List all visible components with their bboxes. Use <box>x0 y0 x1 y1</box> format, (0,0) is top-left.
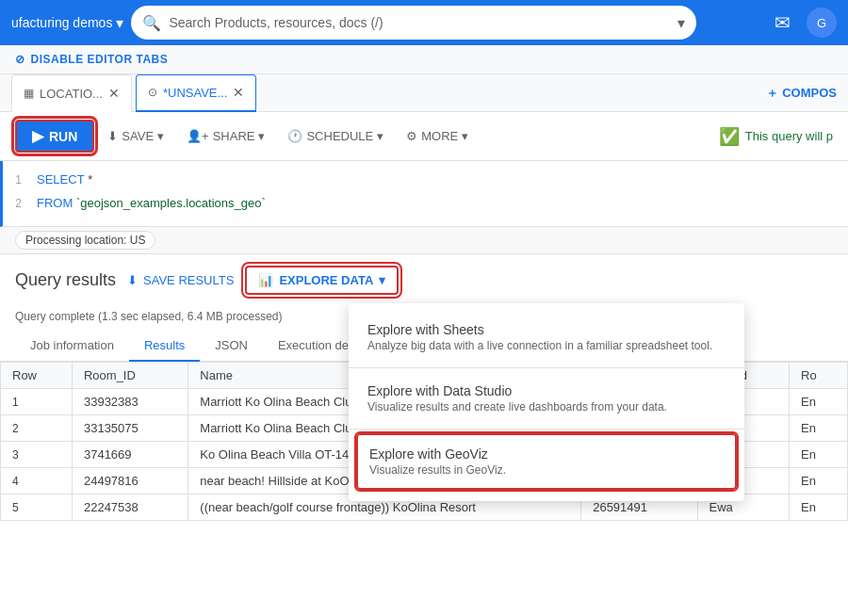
compose-button[interactable]: ＋ COMPOS <box>766 85 837 102</box>
more-dropdown-icon[interactable]: ▾ <box>462 129 468 143</box>
disable-icon: ⊘ <box>15 53 25 66</box>
explore-dropdown-icon: ▾ <box>379 273 385 287</box>
code-editor[interactable]: 1 SELECT * 2 FROM `geojson_examples.loca… <box>0 161 848 227</box>
share-label: SHARE <box>213 129 255 143</box>
sub-tab-results[interactable]: Results <box>129 331 200 362</box>
cell-room-id-4: 24497816 <box>72 468 188 494</box>
code-table-name: `geojson_examples.locations_geo` <box>76 194 266 214</box>
toolbar: ▶ RUN ⬇ SAVE ▾ 👤+ SHARE ▾ 🕐 SCHEDULE ▾ ⚙… <box>0 112 848 161</box>
menu-divider-1 <box>349 367 744 368</box>
row-num-4: 4 <box>1 468 73 494</box>
explore-geoviz-desc: Visualize results in GeoViz. <box>369 463 724 477</box>
app-name-text: ufacturing demos <box>11 15 112 30</box>
tab-location-label: LOCATIO... <box>40 87 103 101</box>
explore-sheets-title: Explore with Sheets <box>367 322 726 337</box>
code-select-keyword: SELECT <box>37 170 85 190</box>
row-num-3: 3 <box>1 442 73 468</box>
run-button[interactable]: ▶ RUN <box>15 120 94 153</box>
tab-unsaved-label: *UNSAVE... <box>163 86 227 100</box>
cell-ro-2: En <box>790 415 848 442</box>
app-dropdown-icon[interactable]: ▾ <box>116 14 123 32</box>
schedule-dropdown-icon[interactable]: ▾ <box>377 129 383 143</box>
line-num-1: 1 <box>3 171 37 189</box>
top-navigation: ufacturing demos ▾ 🔍 Search Products, re… <box>0 0 848 45</box>
col-header-room-id: Room_ID <box>72 363 188 389</box>
cell-ro-3: En <box>790 442 848 468</box>
sub-tab-job-info[interactable]: Job information <box>15 331 129 362</box>
schedule-label: SCHEDULE <box>306 129 373 143</box>
processing-location-bar: Processing location: US <box>0 227 848 254</box>
results-header: Query results ⬇ SAVE RESULTS 📊 EXPLORE D… <box>0 254 848 306</box>
query-valid-text: This query will p <box>745 129 833 143</box>
cell-ro-1: En <box>790 389 848 415</box>
cell-room-id-3: 3741669 <box>72 442 188 468</box>
save-label: SAVE <box>122 129 154 143</box>
gear-icon: ⚙ <box>406 129 417 143</box>
explore-geoviz-title: Explore with GeoViz <box>369 446 724 462</box>
share-icon: 👤+ <box>187 129 209 143</box>
tab-unsaved-icon: ⊙ <box>148 86 157 99</box>
explore-data-studio-item[interactable]: Explore with Data Studio Visualize resul… <box>349 372 744 425</box>
results-title: Query results <box>15 270 116 290</box>
col-header-ro: Ro <box>790 363 848 389</box>
email-icon[interactable]: ✉ <box>765 6 799 40</box>
explore-data-label: EXPLORE DATA <box>279 273 373 287</box>
sub-header: ⊘ DISABLE EDITOR TABS <box>0 45 848 74</box>
tab-location[interactable]: ▦ LOCATIO... ✕ <box>11 74 132 112</box>
schedule-icon: 🕐 <box>287 129 302 143</box>
save-dropdown-icon[interactable]: ▾ <box>157 129 164 143</box>
tab-location-close[interactable]: ✕ <box>108 86 120 101</box>
disable-editor-tabs-button[interactable]: ⊘ DISABLE EDITOR TABS <box>15 53 168 66</box>
explore-sheets-desc: Analyze big data with a live connection … <box>367 339 726 352</box>
query-valid-indicator: ✅ This query will p <box>719 126 833 147</box>
explore-data-button[interactable]: 📊 EXPLORE DATA ▾ <box>245 266 399 295</box>
valid-check-icon: ✅ <box>719 126 740 147</box>
cell-room-id-5: 22247538 <box>72 494 188 521</box>
schedule-button[interactable]: 🕐 SCHEDULE ▾ <box>278 123 393 149</box>
explore-sheets-item[interactable]: Explore with Sheets Analyze big data wit… <box>349 311 744 364</box>
explore-geoviz-item[interactable]: Explore with GeoViz Visualize results in… <box>356 433 737 490</box>
save-button[interactable]: ⬇ SAVE ▾ <box>98 123 173 149</box>
row-num-1: 1 <box>1 389 73 415</box>
cell-ro-4: En <box>790 468 848 494</box>
menu-divider-2 <box>349 429 744 430</box>
col-header-row: Row <box>1 363 73 389</box>
cell-ro-5: En <box>790 494 848 521</box>
run-icon: ▶ <box>32 127 43 145</box>
more-label: MORE <box>421 129 458 143</box>
row-num-2: 2 <box>1 415 73 442</box>
share-dropdown-icon[interactable]: ▾ <box>258 129 265 143</box>
code-line-1: 1 SELECT * <box>3 169 848 192</box>
tab-unsaved[interactable]: ⊙ *UNSAVE... ✕ <box>136 74 256 112</box>
save-results-icon: ⬇ <box>127 273 138 287</box>
search-dropdown-icon[interactable]: ▾ <box>677 14 685 32</box>
save-icon: ⬇ <box>107 129 118 143</box>
explore-data-dropdown: Explore with Sheets Analyze big data wit… <box>349 303 744 501</box>
run-label: RUN <box>49 129 77 144</box>
nav-right: ✉ G <box>765 6 837 40</box>
code-from-keyword: FROM <box>37 194 73 214</box>
code-line-2: 2 FROM `geojson_examples.locations_geo` <box>3 192 848 216</box>
compose-label: COMPOS <box>782 86 837 100</box>
cell-room-id-2: 33135075 <box>72 415 188 442</box>
cell-room-id-1: 33932383 <box>72 389 188 415</box>
row-num-5: 5 <box>1 494 73 521</box>
compose-plus-icon: ＋ <box>766 85 778 102</box>
sub-tab-json[interactable]: JSON <box>200 331 263 362</box>
tab-table-icon: ▦ <box>24 87 34 100</box>
explore-data-studio-title: Explore with Data Studio <box>367 383 726 398</box>
more-button[interactable]: ⚙ MORE ▾ <box>397 123 478 149</box>
processing-location-badge: Processing location: US <box>15 231 155 250</box>
tab-unsaved-close[interactable]: ✕ <box>233 85 244 100</box>
search-icon: 🔍 <box>142 14 161 32</box>
avatar[interactable]: G <box>807 8 837 38</box>
share-button[interactable]: 👤+ SHARE ▾ <box>177 123 274 149</box>
app-name[interactable]: ufacturing demos ▾ <box>11 14 123 32</box>
search-bar[interactable]: 🔍 Search Products, resources, docs (/) ▾ <box>131 6 696 40</box>
code-select-star: * <box>88 170 92 190</box>
save-results-label: SAVE RESULTS <box>143 273 234 287</box>
search-input[interactable]: Search Products, resources, docs (/) <box>169 15 670 30</box>
save-results-button[interactable]: ⬇ SAVE RESULTS <box>127 273 234 287</box>
line-num-2: 2 <box>3 195 37 213</box>
explore-data-studio-desc: Visualize results and create live dashbo… <box>367 400 726 413</box>
